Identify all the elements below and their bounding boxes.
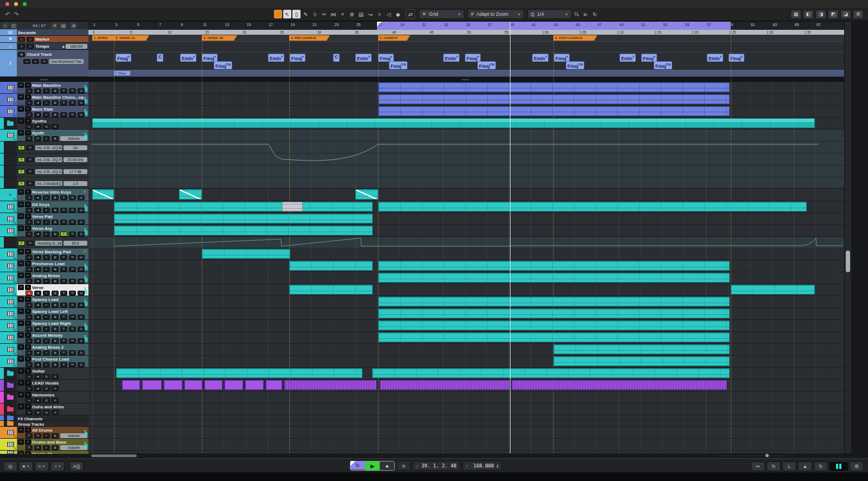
track-button-e[interactable]: e	[43, 267, 50, 272]
track-prechorus-lead[interactable]: 37msPrechorus Lead●◀e▦RW▤	[0, 260, 88, 272]
bar-ruler[interactable]: 1357911131517192123252729313335373941434…	[88, 22, 844, 30]
track-button-R[interactable]: R	[25, 136, 33, 141]
track-button-▤[interactable]: ▤	[78, 326, 85, 331]
track-button-▦[interactable]: ▦	[52, 195, 59, 200]
track-button-e[interactable]: e	[43, 291, 50, 296]
object-selection-tool[interactable]: ↖	[283, 10, 291, 18]
track-button-●[interactable]: ●	[25, 208, 33, 213]
track-button-▤[interactable]: ▤	[78, 338, 85, 343]
draw-tool[interactable]: ✎	[302, 10, 310, 18]
track-button-●[interactable]: ●	[25, 303, 33, 307]
track-button-W[interactable]: W	[69, 279, 76, 284]
track-fx-channels[interactable]: FX Channels	[0, 415, 88, 421]
markers-icon[interactable]: ▲	[798, 461, 812, 471]
track-button-⊟[interactable]: ⊟	[41, 59, 48, 64]
clip[interactable]	[205, 380, 222, 390]
automation-value-field[interactable]: 20.00 kHz	[63, 157, 87, 162]
track-button-W[interactable]: W	[69, 338, 76, 343]
track-button-▦[interactable]: ▦	[52, 326, 59, 331]
mute-button[interactable]: m	[18, 368, 24, 374]
tempo-display[interactable]: ♩ 168.000 ▲▼	[462, 461, 502, 471]
read-automation-button[interactable]: R	[18, 181, 25, 186]
solo-button[interactable]: s	[25, 344, 31, 350]
zones-icon[interactable]: ◪	[840, 10, 851, 19]
track-chord-track[interactable]: ♯▣Chord Track●≋⊟Use Monitored Trac	[0, 50, 88, 77]
track-button-▤[interactable]: ▤	[43, 410, 50, 415]
track-ins-3-st-eq-gainhfl[interactable]: RWIns.:3:St...EQ-GainHFL17.7 dB	[0, 165, 88, 177]
track-button-●[interactable]: ●	[25, 255, 33, 260]
color-tool[interactable]: ◆	[394, 10, 402, 18]
clip[interactable]	[378, 309, 730, 318]
track-button-e[interactable]: e	[43, 195, 50, 200]
track-button[interactable]: ◫	[27, 44, 34, 49]
track-button-▤[interactable]: ▤	[78, 232, 85, 236]
track-button-e[interactable]: e	[43, 220, 50, 225]
mute-button[interactable]: m	[18, 226, 24, 231]
track-button-R[interactable]: R	[60, 232, 67, 236]
snap-type-select[interactable]: ✕ Grid ▼	[419, 9, 464, 19]
mute-button[interactable]: m	[18, 130, 24, 136]
marker-flag[interactable]: 5. CHORUS	[378, 35, 410, 41]
track-button-◀[interactable]: ◀	[34, 100, 41, 105]
glue-tool[interactable]: ⋈	[329, 10, 337, 18]
track-analog-brass-2[interactable]: 44msAnalog Brass 2●◀e▦RW▤	[0, 344, 88, 356]
mute-button[interactable]: m	[18, 392, 24, 397]
read-automation-button[interactable]: R	[18, 157, 25, 162]
grid-type-select[interactable]: # Adapt to Zoom ▼	[468, 9, 524, 19]
track-row[interactable]: ••••	[0, 77, 88, 82]
clip[interactable]	[202, 249, 290, 259]
track-button-R[interactable]: R	[60, 195, 67, 200]
clip[interactable]	[266, 380, 282, 390]
mute-button[interactable]: m	[18, 118, 24, 124]
chord-event[interactable]: Fmaj7	[465, 54, 481, 62]
position-display[interactable]: ♪ 39. 1. 2. 48	[412, 461, 461, 471]
clip[interactable]	[289, 261, 373, 271]
solo-button[interactable]: s	[25, 368, 31, 374]
track-button-▦[interactable]: ▦	[52, 100, 59, 105]
pre-roll-icon[interactable]: ◉	[397, 461, 411, 471]
track-button-▤[interactable]: ▤	[78, 291, 85, 296]
track-button-⇆[interactable]: ⇆	[52, 124, 59, 129]
mute-button[interactable]: m	[18, 380, 24, 386]
clip[interactable]	[289, 285, 373, 294]
track-button-⇆[interactable]: ⇆	[52, 386, 59, 391]
cycle-button[interactable]: ↻	[350, 461, 365, 470]
vertical-scroll-handle[interactable]	[846, 251, 850, 272]
track-button-R[interactable]: R	[60, 208, 67, 213]
clip[interactable]	[164, 380, 182, 390]
track-button-●[interactable]: ●	[25, 112, 33, 117]
track-accent-melody[interactable]: 43msAccent Melody●◀e▦RW▤	[0, 332, 88, 344]
track-button-▤[interactable]: ▤	[78, 195, 85, 200]
write-automation-button[interactable]: W	[27, 241, 34, 246]
redo-icon[interactable]: ↷	[12, 11, 21, 18]
track-bass-stab[interactable]: 30msBass Stab●◀e▦RW▤	[0, 106, 88, 118]
zoom-tool[interactable]: ⊕	[348, 10, 356, 18]
track-button-●[interactable]: ●	[25, 100, 33, 105]
chord-event[interactable]: Emin7	[620, 54, 636, 62]
track-button-▤[interactable]: ▤	[78, 279, 85, 284]
automation-value-field[interactable]: 17.7 dB	[63, 169, 87, 174]
clip[interactable]	[92, 118, 815, 128]
track-button-e[interactable]: e	[43, 255, 50, 260]
track-button-▦[interactable]: ▦	[52, 362, 59, 367]
track-view-icon[interactable]: ▤	[60, 23, 67, 29]
track-button-▤[interactable]: ▤	[43, 398, 50, 403]
solo-button[interactable]: s	[25, 439, 31, 445]
track-button[interactable]: ●	[18, 44, 25, 49]
waveform-menu[interactable]: ≈▼	[35, 461, 49, 471]
track-button-e[interactable]: e	[43, 445, 50, 450]
track-synths[interactable]: msSynths●◀▤⇆	[0, 118, 88, 130]
track-ins-3-studioeq-qhfl[interactable]: RWIns.:3:StudioEQ -QHFL1.0	[0, 177, 88, 189]
solo-button[interactable]: s	[25, 392, 31, 397]
mute-button[interactable]: m	[18, 439, 24, 445]
track-button-●[interactable]: ●	[25, 279, 33, 284]
track-button-▤[interactable]: ▤	[78, 112, 85, 117]
close-window-button[interactable]	[5, 2, 9, 6]
clip[interactable]	[380, 380, 510, 390]
write-automation-button[interactable]: W	[27, 157, 34, 162]
track-options-icon[interactable]: ▼	[83, 190, 86, 194]
automation-parameter-field[interactable]: VerseArp-S...lterCutoff	[35, 241, 62, 246]
clip[interactable]	[282, 202, 303, 211]
chord-event[interactable]: Fmaj7/9	[214, 61, 232, 69]
write-automation-button[interactable]: W	[27, 181, 34, 186]
